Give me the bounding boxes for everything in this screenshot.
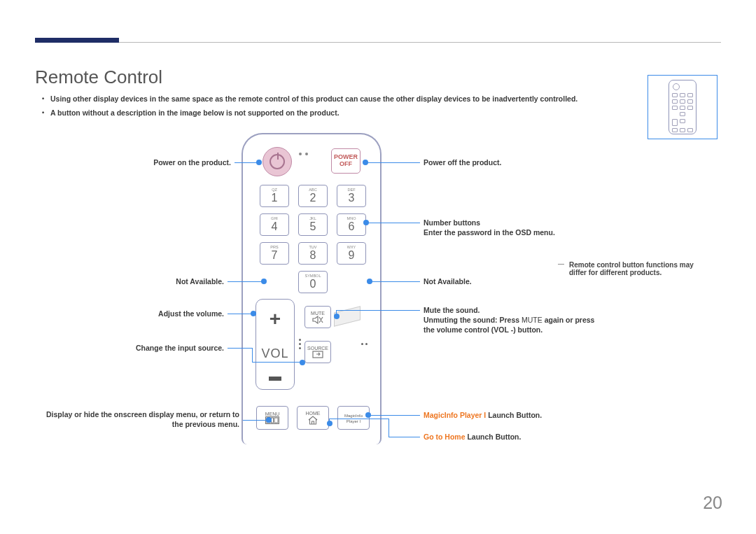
mute-icon (312, 316, 323, 324)
ir-emitter-dots (299, 153, 308, 155)
volume-label: VOL (261, 346, 288, 361)
keypad-row-2: GHI4 JKL5 MNO6 (260, 213, 366, 236)
volume-rocker: + VOL (255, 299, 295, 390)
callout-volume: Adjust the volume. (98, 309, 224, 318)
remote-body: POWER OFF QZ1 ABC2 DEF3 GHI4 JKL5 MNO6 P… (241, 133, 382, 444)
mute-button: MUTE (304, 306, 331, 328)
dots-icon (299, 339, 301, 349)
source-icon (312, 351, 323, 358)
vol-plus-icon: + (270, 308, 281, 330)
header-accent (35, 38, 119, 43)
key-5: JKL5 (298, 213, 328, 236)
svg-rect-4 (274, 418, 278, 423)
callout-number-buttons: Number buttons Enter the password in the… (424, 218, 598, 237)
callout-magicinfo: MagicInfo Player I Launch Button. (424, 410, 606, 420)
mini-remote (668, 80, 696, 134)
page-number: 20 (703, 493, 722, 513)
power-icon (270, 154, 285, 169)
callout-home: Go to Home Launch Button. (424, 432, 606, 442)
dots-icon (361, 343, 368, 345)
callout-power-off: Power off the product. (424, 157, 564, 167)
keypad-row-3: PRS7 TUV8 WXY9 (260, 242, 366, 265)
warning-notes: Using other display devices in the same … (42, 94, 714, 122)
key-2: ABC2 (298, 185, 328, 207)
page-title: Remote Control (35, 66, 162, 88)
note-item: A button without a description in the im… (42, 108, 714, 117)
bottom-button-row: MENU HOME MagicInfo Player I (256, 406, 370, 430)
menu-button: MENU (256, 406, 288, 430)
key-7: PRS7 (260, 242, 289, 265)
key-1: QZ1 (260, 185, 289, 207)
remote-thumbnail (648, 75, 718, 139)
key-4: GHI4 (260, 213, 289, 236)
side-note: Remote control button functions may diff… (569, 261, 713, 276)
key-8: TUV8 (298, 242, 328, 265)
header-rule (35, 42, 721, 43)
vol-minus-icon (269, 377, 281, 381)
callout-not-available-left: Not Available. (98, 276, 224, 286)
note-item: Using other display devices in the same … (42, 94, 714, 103)
callout-source: Change the input source. (84, 343, 224, 353)
key-3: DEF3 (337, 185, 366, 207)
callout-not-available-right: Not Available. (424, 276, 564, 286)
home-icon (307, 416, 318, 425)
keypad-row-1: QZ1 ABC2 DEF3 (260, 185, 366, 207)
key-6: MNO6 (337, 213, 366, 236)
keypad-row-4: SYMBOL0 (298, 271, 328, 293)
power-off-button: POWER OFF (331, 148, 360, 174)
key-9: WXY9 (337, 242, 366, 265)
magicinfo-button: MagicInfo Player I (337, 406, 370, 430)
power-on-button (262, 147, 292, 176)
home-button: HOME (297, 406, 329, 430)
source-button: SOURCE (304, 341, 331, 363)
callout-menu: Display or hide the onscreen display men… (46, 409, 239, 429)
callout-power-on: Power on the product. (98, 157, 231, 167)
key-0: SYMBOL0 (298, 271, 328, 293)
callout-mute: Mute the sound. Unmuting the sound: Pres… (424, 305, 606, 335)
